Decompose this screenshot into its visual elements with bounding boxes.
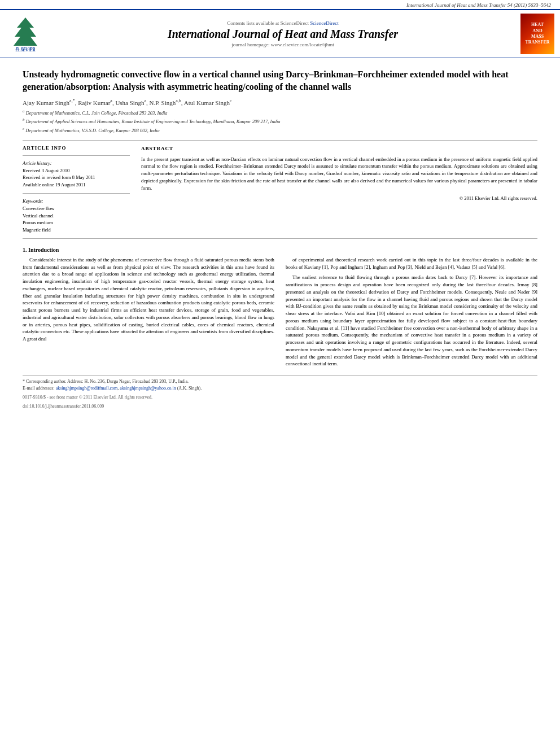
elsevier-logo: ELSEVIER ELSEVIER — [6, 15, 45, 53]
intro-heading: 1. Introduction — [23, 247, 537, 253]
body-divider — [23, 238, 537, 239]
abstract-section: ABSTRACT In the present paper transient … — [141, 145, 537, 234]
issn-notice: 0017-9310/$ - see front matter © 2011 El… — [23, 394, 537, 401]
abstract-text: In the present paper transient as well a… — [141, 156, 537, 192]
article-info-divider — [23, 155, 130, 156]
journal-citation: International Journal of Heat and Mass T… — [406, 2, 551, 8]
article-history-label: Article history: — [23, 160, 130, 166]
received-date: Received 3 August 2010 — [23, 167, 130, 174]
article-info-section: ARTICLE INFO Article history: Received 3… — [23, 145, 130, 234]
journal-title: International Journal of Heat and Mass T… — [50, 27, 516, 41]
sciencedirect-link[interactable]: ScienceDirect — [310, 20, 338, 26]
journal-center-header: Contents lists available at ScienceDirec… — [50, 20, 516, 47]
affiliation-a: a Department of Mathematics, C.L. Jain C… — [23, 108, 537, 117]
paper-title: Unsteady hydromagnetic convective flow i… — [23, 68, 537, 93]
divider — [23, 140, 537, 141]
affiliation-c: c Department of Mathematics, V.S.S.D. Co… — [23, 126, 537, 134]
sciencedirect-text: Contents lists available at ScienceDirec… — [50, 20, 516, 26]
available-date: Available online 19 August 2011 — [23, 181, 130, 189]
intro-paragraph-3: The earliest reference to fluid flowing … — [286, 274, 537, 368]
email-link-2[interactable]: aksinghjmpsingh@yahoo.co.in — [120, 386, 176, 391]
keyword-3: Porous medium — [23, 219, 130, 226]
journal-cover-image: HEAT AND MASS TRANSFER — [520, 14, 554, 54]
abstract-heading: ABSTRACT — [141, 145, 537, 152]
affiliations: a Department of Mathematics, C.L. Jain C… — [23, 108, 537, 134]
email-addresses: E-mail addresses: aksinghjmpsingh@rediff… — [23, 385, 537, 392]
authors-line: Ajay Kumar Singha,*, Rajiv Kumara, Usha … — [23, 98, 537, 106]
intro-col2: of experimental and theoretical research… — [286, 256, 537, 368]
corresponding-author: * Corresponding author. Address: H. No. … — [23, 378, 537, 385]
keyword-1: Convective flow — [23, 205, 130, 212]
introduction-section: 1. Introduction Considerable interest in… — [23, 247, 537, 368]
keywords-divider — [23, 193, 130, 194]
affiliation-b: b Department of Applied Sciences and Hum… — [23, 117, 537, 125]
journal-header: ELSEVIER ELSEVIER Contents lists availab… — [0, 9, 560, 58]
keywords-label: Keywords: — [23, 198, 130, 204]
top-bar: International Journal of Heat and Mass T… — [0, 0, 560, 9]
revised-date: Received in revised form 8 May 2011 — [23, 174, 130, 181]
keywords-list: Convective flow Vertical channel Porous … — [23, 205, 130, 234]
email-link-1[interactable]: aksinghjmpsingh@rediffmail.com — [56, 386, 118, 391]
doi-notice: doi:10.1016/j.ijheatmasstransfer.2011.06… — [23, 403, 537, 410]
intro-paragraph-1: Considerable interest in the study of th… — [23, 256, 274, 343]
article-info-heading: ARTICLE INFO — [23, 145, 130, 151]
footnotes-section: * Corresponding author. Address: H. No. … — [23, 375, 537, 410]
journal-homepage: journal homepage: www.elsevier.com/locat… — [50, 42, 516, 47]
keyword-4: Magnetic field — [23, 226, 130, 234]
keyword-2: Vertical channel — [23, 212, 130, 220]
copyright-notice: © 2011 Elsevier Ltd. All rights reserved… — [141, 195, 537, 202]
intro-paragraph-2: of experimental and theoretical research… — [286, 256, 537, 271]
intro-col1: Considerable interest in the study of th… — [23, 256, 274, 368]
